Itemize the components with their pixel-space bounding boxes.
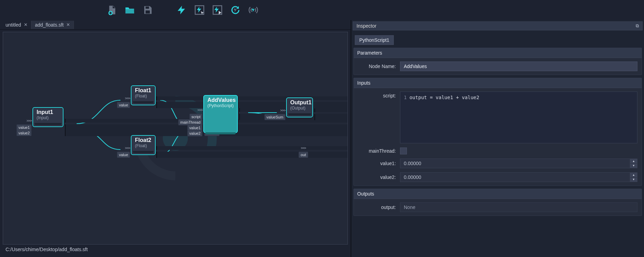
mainthread-checkbox[interactable] [400,147,407,154]
tab-add-floats[interactable]: add_floats.sft ✕ [31,21,74,29]
port-in-exec[interactable]: >>> [27,119,32,123]
run-step-button[interactable] [211,4,224,16]
port-in-value[interactable]: value [117,152,130,158]
port-in-value[interactable]: value [117,102,130,108]
node-chip[interactable]: PythonScript1 [355,35,394,45]
wires [3,32,348,244]
inputs-panel: Inputs script: 1output = value1 + value2… [353,78,642,186]
port-in-exec[interactable]: >>> [197,108,203,112]
value1-spinner[interactable]: ▲▼ [630,159,637,168]
port-in-exec[interactable]: >>> [125,96,130,100]
tab-label: add_floats.sft [35,22,64,28]
port-out-exec[interactable]: >>> [156,96,348,100]
port-in-exec[interactable]: >>> [125,146,130,150]
parameters-panel: Parameters Node Name: [353,48,642,75]
run-pick-button[interactable] [193,4,206,16]
node-subtitle: (Output) [290,106,309,111]
run-button[interactable] [175,4,188,16]
popout-icon[interactable]: ⧉ [636,23,639,29]
status-path: C:/Users/chime/Desktop/add_floats.sft [3,245,348,256]
node-subtitle: (Float) [135,94,152,98]
panel-header: Inputs [354,78,642,88]
port-in-value2[interactable]: value2 [17,130,32,136]
value2-label: value2: [358,174,396,180]
node-subtitle: (PythonScript) [207,103,234,108]
svg-rect-2 [146,10,150,13]
panel-header: Parameters [354,48,642,58]
node-float1[interactable]: Float1 (Float) >>> value >>> out [131,85,156,105]
panel-header: Outputs [354,189,642,199]
value1-input[interactable] [400,159,630,168]
tab-label: untitled [6,22,21,28]
tab-untitled[interactable]: untitled ✕ [2,21,31,29]
script-editor[interactable]: 1output = value1 + value2 [400,92,637,143]
node-float2[interactable]: Float2 (Float) >>> value >>> out [131,135,156,155]
value1-label: value1: [358,161,396,166]
script-label: script: [358,92,396,98]
inspector-title: Inspector [357,23,377,29]
node-title: Float2 [135,137,152,143]
port-out[interactable]: out [156,102,348,108]
node-subtitle: (Input) [37,115,59,120]
node-output1[interactable]: Output1 (Output) >>> valueSum >>> valueS… [286,97,313,117]
port-in-exec[interactable]: >>> [280,108,285,112]
node-title: AddValues [207,97,234,103]
svg-rect-1 [146,7,149,9]
refresh-button[interactable] [229,4,242,16]
node-name-input[interactable] [400,61,637,71]
node-canvas[interactable]: Input1 (Input) >>> value1 value2 >>> val… [3,32,348,245]
node-addvalues[interactable]: AddValues (PythonScript) >>> script main… [203,95,238,133]
inspector-header: Inspector ⧉ [353,21,643,30]
save-button[interactable] [142,4,154,16]
node-title: Float1 [135,87,152,94]
close-icon[interactable]: ✕ [24,22,28,27]
node-title: Input1 [37,109,59,115]
mainthread-label: mainThread: [358,148,396,154]
value2-spinner[interactable]: ▲▼ [630,172,637,182]
new-file-button[interactable] [106,4,118,16]
port-in-valuesum[interactable]: valueSum [264,114,285,120]
node-subtitle: (Float) [135,143,152,148]
port-out-valuesum[interactable]: valueSum [314,114,348,120]
port-out[interactable]: out [156,152,348,158]
outputs-panel: Outputs output: [353,189,642,216]
node-input1[interactable]: Input1 (Input) >>> value1 value2 >>> val… [32,107,64,127]
open-folder-button[interactable] [124,4,136,16]
node-title: Output1 [290,99,309,106]
value2-input[interactable] [400,172,630,182]
toolbar [0,0,644,20]
output-value [400,202,637,212]
broadcast-button[interactable] [247,4,260,16]
file-tabs: untitled ✕ add_floats.sft ✕ [0,20,351,30]
close-icon[interactable]: ✕ [66,22,70,27]
inspector-panel: Inspector ⧉ PythonScript1 Parameters Nod… [351,20,644,257]
node-name-label: Node Name: [358,64,396,69]
port-out-exec[interactable]: >>> [156,146,348,150]
output-label: output: [358,204,396,210]
port-out-exec[interactable]: >>> [314,108,348,112]
port-in-value2[interactable]: value2 [187,130,203,136]
